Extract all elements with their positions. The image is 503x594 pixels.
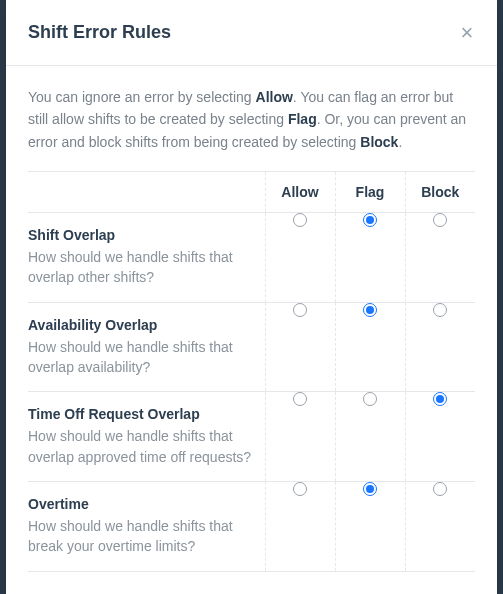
radio-cell-flag xyxy=(335,213,405,303)
close-button[interactable]: × xyxy=(453,19,481,47)
radio-flag[interactable] xyxy=(363,213,377,227)
radio-block[interactable] xyxy=(433,213,447,227)
column-header-flag: Flag xyxy=(335,172,405,213)
modal-body: You can ignore an error by selecting All… xyxy=(6,66,497,572)
rule-description: How should we handle shifts that overlap… xyxy=(28,247,259,288)
radio-cell-block xyxy=(405,392,475,482)
radio-cell-allow xyxy=(265,213,335,303)
rule-title: Availability Overlap xyxy=(28,317,259,333)
rule-cell: Availability OverlapHow should we handle… xyxy=(28,303,265,392)
table-row: Time Off Request OverlapHow should we ha… xyxy=(28,392,475,482)
radio-allow[interactable] xyxy=(293,213,307,227)
intro-bold-allow: Allow xyxy=(256,89,293,105)
radio-cell-flag xyxy=(335,481,405,571)
rule-description: How should we handle shifts that overlap… xyxy=(28,426,259,467)
modal-title: Shift Error Rules xyxy=(28,22,171,43)
rule-title: Time Off Request Overlap xyxy=(28,406,259,422)
intro-part: You can ignore an error by selecting xyxy=(28,89,256,105)
table-row: Shift OverlapHow should we handle shifts… xyxy=(28,213,475,303)
shift-error-rules-modal: Shift Error Rules × You can ignore an er… xyxy=(6,0,497,594)
radio-cell-block xyxy=(405,213,475,303)
radio-flag[interactable] xyxy=(363,482,377,496)
radio-cell-block xyxy=(405,481,475,571)
radio-cell-flag xyxy=(335,392,405,482)
intro-text: You can ignore an error by selecting All… xyxy=(28,86,475,153)
table-row: OvertimeHow should we handle shifts that… xyxy=(28,481,475,571)
radio-cell-flag xyxy=(335,302,405,392)
radio-cell-allow xyxy=(265,481,335,571)
radio-block[interactable] xyxy=(433,482,447,496)
intro-bold-block: Block xyxy=(360,134,398,150)
column-header-block: Block xyxy=(405,172,475,213)
radio-allow[interactable] xyxy=(293,303,307,317)
radio-block[interactable] xyxy=(433,392,447,406)
column-header-rule xyxy=(28,172,265,213)
rule-title: Overtime xyxy=(28,496,259,512)
radio-allow[interactable] xyxy=(293,482,307,496)
radio-flag[interactable] xyxy=(363,303,377,317)
rule-cell: Shift OverlapHow should we handle shifts… xyxy=(28,213,265,302)
table-row: Availability OverlapHow should we handle… xyxy=(28,302,475,392)
rule-title: Shift Overlap xyxy=(28,227,259,243)
modal-header: Shift Error Rules × xyxy=(6,0,497,66)
column-header-allow: Allow xyxy=(265,172,335,213)
radio-cell-allow xyxy=(265,302,335,392)
rule-description: How should we handle shifts that overlap… xyxy=(28,337,259,378)
radio-cell-block xyxy=(405,302,475,392)
rule-cell: OvertimeHow should we handle shifts that… xyxy=(28,482,265,571)
rule-cell: Time Off Request OverlapHow should we ha… xyxy=(28,392,265,481)
radio-allow[interactable] xyxy=(293,392,307,406)
radio-block[interactable] xyxy=(433,303,447,317)
intro-part: . xyxy=(398,134,402,150)
close-icon: × xyxy=(461,22,474,44)
intro-bold-flag: Flag xyxy=(288,111,317,127)
radio-flag[interactable] xyxy=(363,392,377,406)
rules-table: Allow Flag Block Shift OverlapHow should… xyxy=(28,171,475,571)
table-header-row: Allow Flag Block xyxy=(28,172,475,213)
radio-cell-allow xyxy=(265,392,335,482)
rule-description: How should we handle shifts that break y… xyxy=(28,516,259,557)
